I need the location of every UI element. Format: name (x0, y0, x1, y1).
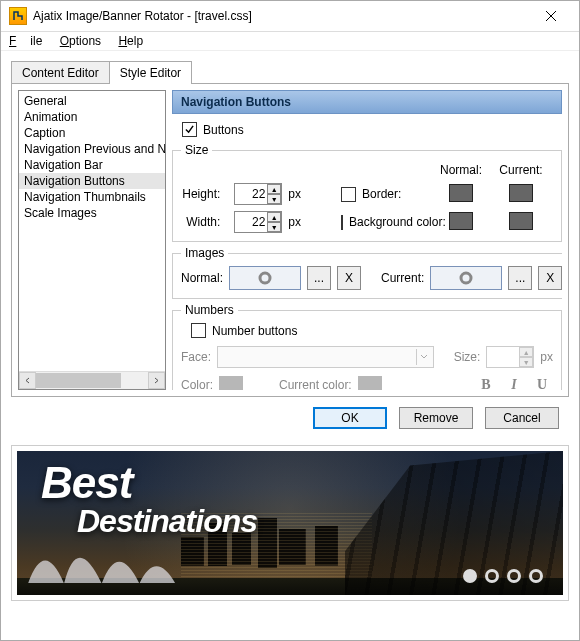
tabs: Content Editor Style Editor (11, 61, 569, 84)
border-normal-color[interactable] (449, 184, 473, 202)
group-images: Images Normal: ... X Current: ... (172, 246, 562, 299)
border-label: Border: (362, 187, 401, 201)
images-normal-clear[interactable]: X (337, 266, 361, 290)
height-label: Height: (182, 187, 228, 201)
images-normal-browse[interactable]: ... (307, 266, 331, 290)
sidebar-item-nav-bar[interactable]: Navigation Bar (19, 157, 165, 173)
face-label: Face: (181, 350, 211, 364)
chevron-down-icon (416, 349, 431, 365)
preview-image: Best Destinations (17, 451, 563, 595)
group-size-legend: Size (181, 143, 212, 157)
group-size: Size Normal: Current: Height: ▲▼ px (172, 143, 562, 242)
height-up[interactable]: ▲ (267, 184, 281, 194)
sidebar-list[interactable]: General Animation Caption Navigation Pre… (19, 91, 165, 371)
group-images-legend: Images (181, 246, 228, 260)
tab-content-editor[interactable]: Content Editor (11, 61, 110, 84)
images-normal-preview[interactable] (229, 266, 301, 290)
menu-help[interactable]: Help (118, 34, 143, 48)
number-buttons-checkbox[interactable] (191, 323, 206, 338)
face-combo[interactable] (217, 346, 434, 368)
images-current-clear[interactable]: X (538, 266, 562, 290)
width-unit: px (288, 215, 301, 229)
numsize-up: ▲ (519, 347, 533, 357)
svg-point-2 (260, 273, 270, 283)
width-label: Width: (186, 215, 228, 229)
number-size-unit: px (540, 350, 553, 364)
width-up[interactable]: ▲ (267, 212, 281, 222)
images-normal-label: Normal: (181, 271, 223, 285)
width-input[interactable]: ▲▼ (234, 211, 282, 233)
buttons-checkbox-label: Buttons (203, 123, 244, 137)
nav-dot-4[interactable] (529, 569, 543, 583)
preview-headline: Best Destinations (41, 463, 257, 540)
border-checkbox[interactable] (341, 187, 356, 202)
sidebar-item-nav-thumbs[interactable]: Navigation Thumbnails (19, 189, 165, 205)
sidebar-hscroll[interactable] (19, 371, 165, 389)
group-numbers: Numbers Number buttons Face: Siz (172, 303, 562, 390)
border-current-color[interactable] (509, 184, 533, 202)
number-current-color-label: Current color: (279, 378, 352, 390)
number-size-input[interactable]: ▲▼ (486, 346, 534, 368)
images-current-browse[interactable]: ... (508, 266, 532, 290)
buttons-checkbox[interactable] (182, 122, 197, 137)
headline-line1: Best (41, 463, 257, 503)
scroll-left-icon[interactable] (19, 372, 36, 389)
bg-checkbox[interactable] (341, 215, 343, 230)
numsize-down: ▼ (519, 357, 533, 367)
italic-button[interactable]: I (503, 376, 525, 390)
underline-button[interactable]: U (531, 376, 553, 390)
sidebar-item-scale-images[interactable]: Scale Images (19, 205, 165, 221)
bg-normal-color[interactable] (449, 212, 473, 230)
remove-button[interactable]: Remove (399, 407, 473, 429)
nav-dot-1[interactable] (463, 569, 477, 583)
sidebar-item-nav-prev-next[interactable]: Navigation Previous and Next (19, 141, 165, 157)
nav-dot-3[interactable] (507, 569, 521, 583)
group-numbers-legend: Numbers (181, 303, 238, 317)
images-current-label: Current: (381, 271, 424, 285)
scroll-right-icon[interactable] (148, 372, 165, 389)
title-bar: Ajatix Image/Banner Rotator - [travel.cs… (1, 1, 579, 32)
number-buttons-label: Number buttons (212, 324, 297, 338)
dialog-buttons: OK Remove Cancel (11, 397, 569, 439)
bg-current-color[interactable] (509, 212, 533, 230)
preview: Best Destinations (11, 445, 569, 601)
headline-line2: Destinations (77, 503, 257, 540)
number-color-label: Color: (181, 378, 213, 390)
size-col-normal: Normal: (431, 163, 491, 177)
size-col-current: Current: (491, 163, 551, 177)
svg-point-3 (461, 273, 471, 283)
menu-file[interactable]: File (9, 34, 42, 48)
scroll-thumb[interactable] (36, 373, 121, 388)
section-header: Navigation Buttons (172, 90, 562, 114)
style-editor-panel: General Animation Caption Navigation Pre… (11, 83, 569, 397)
sidebar: General Animation Caption Navigation Pre… (18, 90, 166, 390)
nav-dots (463, 569, 543, 583)
sidebar-item-general[interactable]: General (19, 93, 165, 109)
height-unit: px (288, 187, 301, 201)
scroll-track[interactable] (36, 373, 148, 388)
sidebar-item-animation[interactable]: Animation (19, 109, 165, 125)
sidebar-item-nav-buttons[interactable]: Navigation Buttons (19, 173, 165, 189)
number-current-color[interactable] (358, 376, 382, 390)
number-size-label: Size: (454, 350, 481, 364)
width-down[interactable]: ▼ (267, 222, 281, 232)
tab-style-editor[interactable]: Style Editor (110, 61, 192, 84)
menu-bar: File Options Help (1, 32, 579, 51)
cancel-button[interactable]: Cancel (485, 407, 559, 429)
window-title: Ajatix Image/Banner Rotator - [travel.cs… (33, 9, 531, 23)
menu-options[interactable]: Options (60, 34, 101, 48)
sidebar-item-caption[interactable]: Caption (19, 125, 165, 141)
height-input[interactable]: ▲▼ (234, 183, 282, 205)
number-color[interactable] (219, 376, 243, 390)
nav-dot-2[interactable] (485, 569, 499, 583)
bold-button[interactable]: B (475, 376, 497, 390)
images-current-preview[interactable] (430, 266, 502, 290)
close-button[interactable] (531, 2, 571, 30)
ok-button[interactable]: OK (313, 407, 387, 429)
app-icon (9, 7, 27, 25)
height-down[interactable]: ▼ (267, 194, 281, 204)
